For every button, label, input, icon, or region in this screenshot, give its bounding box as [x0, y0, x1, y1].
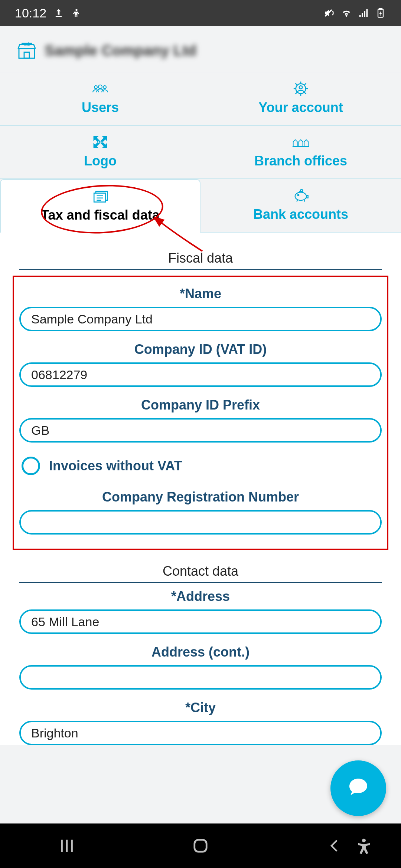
svg-rect-1: [359, 15, 361, 17]
nav-bank-accounts[interactable]: Bank accounts: [200, 179, 401, 233]
svg-rect-2: [362, 13, 363, 17]
nav-tax-fiscal[interactable]: Tax and fiscal data: [0, 179, 200, 233]
settings-nav: Users Your account Logo Branch offices T…: [0, 72, 401, 233]
radio-circle-icon: [22, 457, 40, 475]
label-address-cont: Address (cont.): [19, 644, 382, 660]
upload-icon: [53, 7, 64, 19]
svg-point-12: [98, 85, 102, 89]
input-city[interactable]: [19, 721, 382, 745]
svg-point-13: [103, 86, 106, 89]
nav-logo[interactable]: Logo: [0, 126, 200, 179]
input-name[interactable]: [19, 307, 382, 331]
highlight-box: *Name Company ID (VAT ID) Company ID Pre…: [13, 276, 388, 550]
svg-rect-10: [24, 52, 29, 58]
input-address[interactable]: [19, 609, 382, 634]
svg-point-18: [295, 192, 307, 200]
svg-point-20: [300, 190, 303, 192]
shop-icon: OPEN: [16, 40, 37, 61]
nav-users-label: Users: [82, 100, 119, 115]
svg-point-19: [298, 194, 299, 195]
users-icon: [91, 81, 109, 96]
battery-charging-icon: [375, 7, 386, 19]
document-icon: [91, 189, 109, 204]
radio-invoices-without-vat[interactable]: Invoices without VAT: [19, 453, 382, 486]
svg-text:OPEN: OPEN: [24, 43, 30, 45]
svg-point-0: [75, 9, 77, 11]
nav-bank-accounts-label: Bank accounts: [253, 207, 348, 222]
nav-your-account[interactable]: Your account: [200, 72, 401, 126]
svg-rect-3: [364, 11, 365, 17]
expand-icon: [91, 135, 109, 149]
input-company-id-prefix[interactable]: [19, 418, 382, 443]
running-app-icon: [71, 7, 82, 19]
svg-rect-6: [379, 8, 382, 10]
buildings-icon: [292, 135, 310, 149]
input-address-cont[interactable]: [19, 665, 382, 690]
svg-rect-4: [366, 9, 368, 17]
input-company-reg-num[interactable]: [19, 510, 382, 535]
gear-user-icon: [292, 81, 310, 96]
label-city: *City: [19, 700, 382, 716]
recents-button[interactable]: [45, 836, 89, 856]
accessibility-button[interactable]: [342, 838, 386, 854]
label-name: *Name: [19, 286, 382, 302]
home-button[interactable]: [178, 836, 223, 856]
nav-branch-offices-label: Branch offices: [254, 153, 347, 169]
label-company-reg-num: Company Registration Number: [19, 489, 382, 505]
section-contact-title: Contact data: [19, 557, 382, 583]
section-fiscal-title: Fiscal data: [19, 244, 382, 270]
svg-rect-21: [195, 840, 206, 852]
nav-logo-label: Logo: [84, 153, 117, 169]
status-bar: 10:12: [0, 0, 401, 26]
wifi-icon: [341, 7, 352, 19]
nav-branch-offices[interactable]: Branch offices: [200, 126, 401, 179]
svg-rect-7: [19, 49, 35, 58]
nav-users[interactable]: Users: [0, 72, 200, 126]
company-name: Sample Company Ltd: [45, 42, 196, 59]
chat-fab[interactable]: [330, 760, 386, 816]
signal-icon: [358, 7, 369, 19]
nav-tax-fiscal-label: Tax and fiscal data: [41, 207, 159, 223]
label-invoices-without-vat: Invoices without VAT: [49, 458, 182, 474]
piggy-bank-icon: [292, 188, 310, 203]
chat-icon: [345, 774, 372, 802]
svg-point-11: [94, 86, 97, 89]
svg-point-22: [362, 839, 366, 842]
input-company-id[interactable]: [19, 362, 382, 387]
mute-vibrate-icon: [324, 7, 335, 19]
svg-point-15: [299, 86, 302, 89]
label-address: *Address: [19, 589, 382, 604]
system-nav-bar: [0, 823, 401, 868]
company-header: OPEN Sample Company Ltd: [0, 26, 401, 72]
label-company-id: Company ID (VAT ID): [19, 342, 382, 357]
main-panel: Fiscal data *Name Company ID (VAT ID) Co…: [0, 233, 401, 745]
label-company-id-prefix: Company ID Prefix: [19, 397, 382, 413]
nav-your-account-label: Your account: [258, 100, 343, 115]
status-time: 10:12: [15, 6, 46, 20]
